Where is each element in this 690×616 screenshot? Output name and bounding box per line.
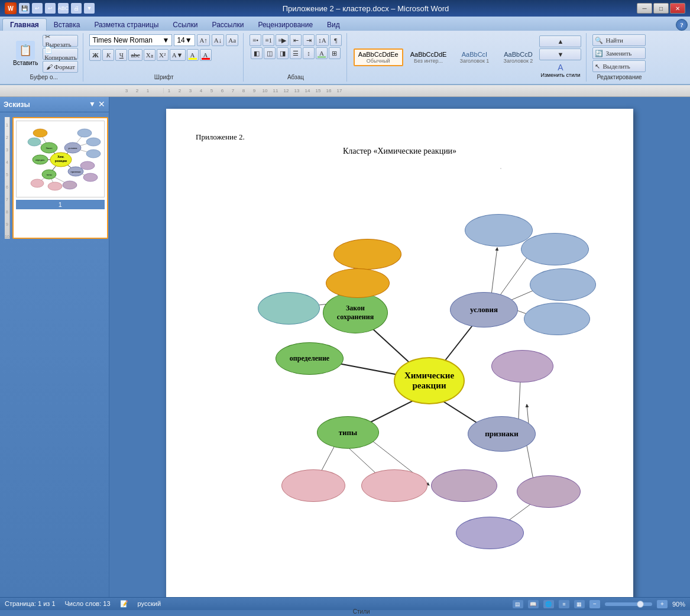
node-violet1[interactable]: [456, 517, 524, 549]
node-pink1[interactable]: [281, 469, 345, 502]
tab-home[interactable]: Главная: [2, 18, 47, 31]
style-heading1[interactable]: AaBbCcI Заголовок 1: [453, 48, 495, 66]
tab-view[interactable]: Вид: [320, 19, 347, 31]
node-usloviya[interactable]: условия: [450, 292, 518, 328]
quick-undo-btn[interactable]: ↩: [32, 3, 43, 14]
node-mauve2[interactable]: [517, 475, 581, 508]
node-pink2[interactable]: [361, 469, 427, 502]
office-logo[interactable]: W: [5, 2, 17, 14]
node-purple2[interactable]: [500, 168, 501, 169]
node-central[interactable]: Химическиереакции: [394, 357, 465, 404]
style-normal[interactable]: AaBbCcDdEe Обычный: [354, 48, 403, 66]
sidebar-close-button[interactable]: ✕: [98, 99, 105, 109]
decrease-indent-button[interactable]: ⇤: [290, 34, 302, 46]
node-blue4[interactable]: [524, 303, 590, 335]
zoom-in-button[interactable]: +: [657, 600, 668, 608]
grow-font-button[interactable]: A↑: [197, 34, 209, 46]
shading-button[interactable]: A: [316, 47, 328, 59]
align-left-button[interactable]: ◧: [251, 47, 263, 59]
font-name-input[interactable]: Times New Roman ▼: [89, 34, 172, 46]
subscript-button[interactable]: X₂: [144, 49, 156, 61]
multilevel-button[interactable]: ≡▶: [276, 34, 289, 46]
italic-button[interactable]: К: [102, 49, 114, 61]
svg-line-46: [491, 248, 497, 295]
format-painter-button[interactable]: 🖌 Формат: [43, 61, 78, 73]
spell-check-icon[interactable]: 📝: [120, 600, 128, 608]
node-purple1[interactable]: [491, 350, 553, 382]
cut-button[interactable]: ✂ Вырезать: [43, 35, 78, 47]
strikethrough-button[interactable]: abc: [128, 49, 142, 61]
style-no-spacing[interactable]: AaBbCcDdE Без интер...: [406, 48, 452, 66]
increase-indent-button[interactable]: ⇥: [303, 34, 315, 46]
underline-button[interactable]: Ч: [115, 49, 127, 61]
main-area: Эскизы ▼ ✕ 12345 678910: [0, 97, 690, 597]
view-normal-btn[interactable]: ▤: [513, 600, 523, 608]
quick-undo2-btn[interactable]: ↩: [45, 3, 56, 14]
tab-references[interactable]: Ссылки: [166, 19, 205, 31]
styles-down-button[interactable]: ▼: [539, 48, 581, 60]
line-spacing-button[interactable]: ↕: [303, 47, 315, 59]
superscript-button[interactable]: X²: [157, 49, 169, 61]
font-color-button[interactable]: A: [200, 49, 212, 61]
tab-layout[interactable]: Разметка страницы: [87, 19, 166, 31]
view-web-btn[interactable]: 🌐: [543, 600, 554, 608]
font-size-input[interactable]: 14 ▼: [174, 34, 195, 46]
svg-text:признаки: признаки: [70, 170, 80, 173]
page-thumbnail[interactable]: Хим. реакции Закон условия определ. типы: [12, 117, 108, 239]
node-mauve1[interactable]: [431, 469, 497, 502]
node-blue3[interactable]: [530, 268, 596, 301]
find-button[interactable]: 🔍 Найти: [592, 34, 646, 46]
quick-save-btn[interactable]: 💾: [19, 3, 30, 14]
quick-spell-btn[interactable]: ABC: [58, 3, 69, 14]
view-reader-btn[interactable]: 📖: [528, 600, 539, 608]
bullets-button[interactable]: ≡•: [250, 34, 261, 46]
node-blue2[interactable]: [521, 233, 589, 265]
align-right-button[interactable]: ◨: [277, 47, 289, 59]
document-container[interactable]: Приложение 2. Кластер «Химические реакци…: [109, 97, 690, 597]
align-center-button[interactable]: ◫: [264, 47, 276, 59]
select-button[interactable]: ↖ Выделить: [592, 60, 646, 72]
highlight-color-button[interactable]: A: [187, 49, 199, 61]
zoom-out-button[interactable]: −: [589, 600, 600, 608]
styles-up-button[interactable]: ▲: [539, 35, 581, 47]
node-teal1[interactable]: [258, 292, 320, 325]
svg-point-35: [31, 179, 44, 187]
restore-button[interactable]: □: [653, 3, 669, 14]
node-orange1[interactable]: [333, 239, 401, 270]
justify-button[interactable]: ☰: [290, 47, 302, 59]
sidebar-dropdown-icon[interactable]: ▼: [89, 100, 96, 109]
zoom-slider[interactable]: [605, 602, 652, 606]
close-button[interactable]: ✕: [670, 3, 685, 14]
bold-button[interactable]: Ж: [89, 49, 101, 61]
node-priznaki[interactable]: признаки: [468, 416, 536, 452]
tab-review[interactable]: Рецензирование: [251, 19, 320, 31]
replace-button[interactable]: 🔄 Заменить: [592, 47, 646, 59]
help-icon[interactable]: ?: [676, 19, 688, 31]
node-opredelenie[interactable]: определение: [276, 342, 344, 375]
quick-more-btn[interactable]: ▼: [84, 3, 95, 14]
clear-format-button[interactable]: Aa: [226, 34, 238, 46]
zoom-slider-thumb[interactable]: [637, 601, 644, 608]
node-orange2[interactable]: [326, 268, 390, 298]
sort-button[interactable]: ↕A: [316, 34, 328, 46]
node-zakon[interactable]: Законсохранения: [323, 292, 388, 333]
copy-button[interactable]: 📄 Копировать: [43, 48, 78, 60]
tab-mailings[interactable]: Рассылки: [205, 19, 251, 31]
numbering-button[interactable]: ≡1: [263, 34, 274, 46]
borders-button[interactable]: ⊞: [329, 47, 341, 59]
view-outline-btn[interactable]: ≡: [559, 600, 569, 608]
style-heading2[interactable]: AaBbCcD Заголовок 2: [497, 48, 539, 66]
change-styles-button[interactable]: A Изменить стили: [539, 61, 581, 79]
show-all-button[interactable]: ¶: [330, 34, 342, 46]
minimize-button[interactable]: ─: [637, 3, 652, 14]
tab-insert[interactable]: Вставка: [47, 19, 88, 31]
window-title: Приложение 2 – кластер.docx – Microsoft …: [95, 4, 637, 13]
paste-button[interactable]: 📋 Вставить: [9, 38, 41, 69]
view-draft-btn[interactable]: ▦: [574, 600, 585, 608]
change-styles-label: Изменить стили: [540, 72, 580, 78]
shrink-font-button[interactable]: A↓: [212, 34, 224, 46]
node-blue1[interactable]: [465, 214, 533, 247]
change-case-button[interactable]: А▼: [170, 49, 186, 61]
node-tipy[interactable]: типы: [317, 416, 379, 449]
quick-print-btn[interactable]: 🖨: [71, 3, 82, 14]
